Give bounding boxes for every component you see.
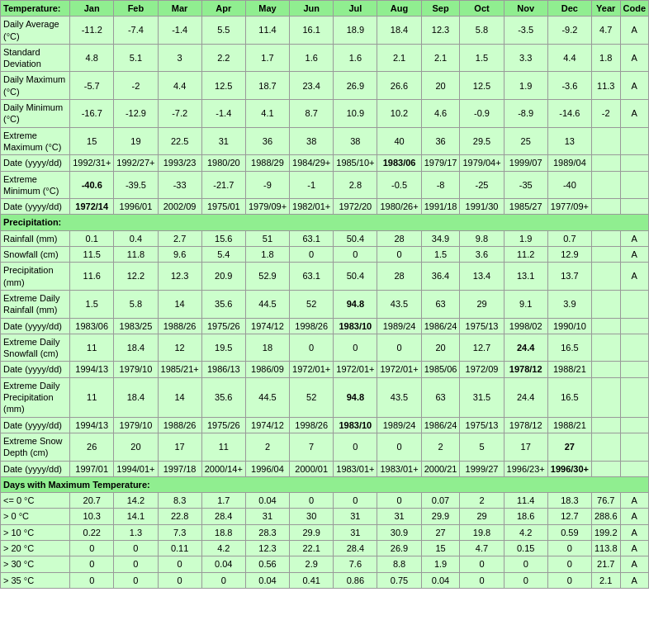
cell: -35: [504, 171, 547, 199]
cell: 0.15: [504, 540, 547, 556]
cell: 14.1: [114, 509, 158, 524]
cell: 0.07: [421, 493, 460, 509]
cell: 14.2: [114, 493, 158, 509]
cell: 31: [334, 524, 377, 540]
cell: 1.7: [201, 493, 245, 509]
cell: 1992/27+: [114, 155, 158, 171]
cell: 20.7: [70, 493, 114, 509]
cell: 34.9: [421, 230, 460, 246]
cell: 26.9: [377, 540, 421, 556]
cell: 44.5: [245, 377, 289, 417]
table-row: Extreme Maximum (°C)151922.5313638384036…: [1, 127, 649, 155]
table-row: Extreme Minimum (°C)-40.6-39.5-33-21.7-9…: [1, 171, 649, 199]
table-row: Date (yyyy/dd)1994/131979/101985/21+1986…: [1, 362, 649, 377]
cell: 1980/20: [201, 155, 245, 171]
cell: -40.6: [70, 171, 114, 199]
cell: 3: [158, 44, 201, 72]
cell: 15.6: [201, 230, 245, 246]
cell: 1985/27: [504, 199, 547, 215]
cell: -1.4: [201, 100, 245, 128]
cell: 94.8: [334, 290, 377, 318]
cell: 0: [377, 334, 421, 362]
cell: 1979/09+: [245, 199, 289, 215]
year-cell: 288.6: [591, 509, 620, 524]
row-label: Precipitation (mm): [1, 263, 70, 291]
cell: 1996/01: [114, 199, 158, 215]
cell: 1988/26: [158, 318, 201, 334]
cell: 2.8: [334, 171, 377, 199]
cell: 31: [245, 509, 289, 524]
col-may: May: [245, 1, 289, 17]
year-cell: [591, 263, 620, 291]
cell: 0: [460, 556, 504, 572]
cell: 1.3: [114, 524, 158, 540]
year-cell: 199.2: [591, 524, 620, 540]
cell: 1990/10: [547, 318, 591, 334]
cell: 27: [421, 524, 460, 540]
cell: 24.4: [504, 377, 547, 417]
cell: 1975/13: [460, 318, 504, 334]
code-cell: [620, 417, 649, 433]
cell: 1997/18: [158, 461, 201, 476]
cell: 2.1: [377, 44, 421, 72]
cell: 11.5: [70, 247, 114, 263]
row-label: Snowfall (cm): [1, 247, 70, 263]
table-row: > 0 °C10.314.122.828.43130313129.92918.6…: [1, 509, 649, 524]
cell: 7: [290, 433, 334, 461]
row-label: Extreme Daily Snowfall (cm): [1, 334, 70, 362]
cell: 16.5: [547, 377, 591, 417]
table-row: > 10 °C0.221.37.318.828.329.93130.92719.…: [1, 524, 649, 540]
cell: 3.6: [460, 247, 504, 263]
cell: 22.8: [158, 509, 201, 524]
cell: -40: [547, 171, 591, 199]
cell: 9.1: [504, 290, 547, 318]
cell: 1972/14: [70, 199, 114, 215]
climate-table: Temperature: Jan Feb Mar Apr May Jun Jul…: [0, 0, 649, 589]
cell: 1998/26: [290, 318, 334, 334]
cell: 18.3: [547, 493, 591, 509]
year-cell: [591, 334, 620, 362]
cell: 63.1: [290, 263, 334, 291]
cell: 1996/23+: [504, 461, 547, 476]
cell: 51: [245, 230, 289, 246]
cell: -1: [290, 171, 334, 199]
col-dec: Dec: [547, 1, 591, 17]
cell: 25: [504, 127, 547, 155]
table-row: Days with Maximum Temperature:: [1, 476, 649, 492]
cell: 1983/06: [377, 155, 421, 171]
cell: 2000/21: [421, 461, 460, 476]
code-cell: [620, 199, 649, 215]
year-cell: [591, 230, 620, 246]
table-row: Date (yyyy/dd)1994/131979/101988/261975/…: [1, 417, 649, 433]
cell: 52: [290, 290, 334, 318]
cell: 1991/30: [460, 199, 504, 215]
cell: 20: [421, 334, 460, 362]
table-row: Extreme Daily Rainfall (mm)1.55.81435.64…: [1, 290, 649, 318]
table-row: Precipitation:: [1, 215, 649, 230]
code-cell: [620, 461, 649, 476]
cell: 18: [245, 334, 289, 362]
cell: 18.4: [114, 334, 158, 362]
cell: 40: [377, 127, 421, 155]
year-cell: [591, 318, 620, 334]
cell: -9.2: [547, 17, 591, 45]
year-cell: [591, 127, 620, 155]
cell: 1998/26: [290, 417, 334, 433]
cell: 5.4: [201, 247, 245, 263]
code-cell: A: [620, 72, 649, 100]
cell: 18.4: [114, 377, 158, 417]
cell: -12.9: [114, 100, 158, 128]
cell: 0: [290, 247, 334, 263]
row-label: Daily Maximum (°C): [1, 72, 70, 100]
cell: 16.5: [547, 334, 591, 362]
cell: 9.6: [158, 247, 201, 263]
table-row: Daily Minimum (°C)-16.7-12.9-7.2-1.44.18…: [1, 100, 649, 128]
cell: 36: [245, 127, 289, 155]
row-label: Daily Minimum (°C): [1, 100, 70, 128]
cell: 2.7: [158, 230, 201, 246]
cell: 1972/01+: [377, 362, 421, 377]
cell: 1982/01+: [290, 199, 334, 215]
cell: 0: [504, 556, 547, 572]
cell: 17: [504, 433, 547, 461]
col-oct: Oct: [460, 1, 504, 17]
